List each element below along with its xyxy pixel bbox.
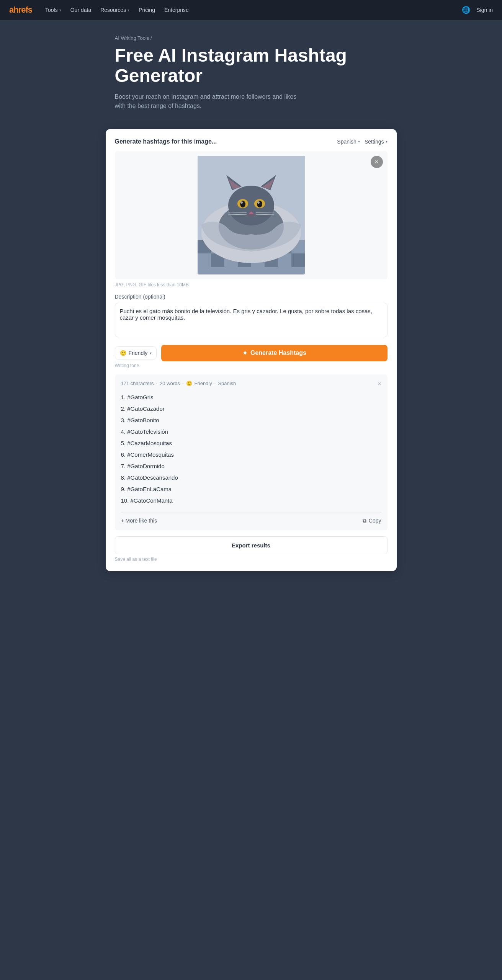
logo-text: hrefs (13, 5, 32, 15)
language-label: Spanish (337, 139, 356, 145)
image-upload-area[interactable]: × (115, 151, 388, 279)
chevron-down-icon: ▾ (150, 351, 152, 355)
nav-tools[interactable]: Tools ▾ (41, 5, 65, 15)
export-hint: Save all as a text file (115, 557, 388, 562)
tool-card: Generate hashtags for this image... Span… (106, 129, 397, 571)
more-like-this-button[interactable]: + More like this (121, 518, 157, 524)
more-like-this-label: + More like this (121, 518, 157, 524)
page-title: Free AI Instagram Hashtag Generator (115, 46, 388, 86)
settings-selector[interactable]: Settings ▾ (365, 139, 388, 145)
copy-button[interactable]: ⧉ Copy (363, 518, 381, 524)
results-box: 171 characters · 20 words · 🙂 Friendly ·… (115, 374, 388, 530)
cat-image-container (115, 151, 388, 279)
results-language: Spanish (218, 381, 236, 386)
list-item: 9. #GatoEnLaCama (121, 483, 381, 495)
chevron-down-icon: ▾ (358, 139, 360, 144)
list-item: 8. #GatoDescansando (121, 472, 381, 483)
list-item: 3. #GatoBonito (121, 415, 381, 426)
list-item: 10. #GatoConManta (121, 495, 381, 506)
results-words: 20 words (160, 381, 180, 386)
chevron-down-icon: ▾ (128, 8, 129, 12)
controls-row: 🙂 Friendly ▾ ✦ Generate Hashtags (115, 345, 388, 361)
breadcrumb: AI Writing Tools / (115, 35, 388, 41)
header-controls: Spanish ▾ Settings ▾ (337, 139, 387, 145)
uploaded-image (198, 156, 305, 274)
generate-label: Generate Hashtags (250, 350, 306, 356)
tool-header-title: Generate hashtags for this image... (115, 138, 217, 145)
nav-links: Tools ▾ Our data Resources ▾ Pricing Ent… (41, 5, 453, 15)
globe-icon[interactable]: 🌐 (462, 6, 470, 14)
writing-tone-label: Writing tone (115, 363, 388, 368)
list-item: 6. #ComerMosquitas (121, 449, 381, 461)
list-item: 2. #GatoCazador (121, 403, 381, 415)
copy-label: Copy (369, 518, 381, 524)
hero-section: AI Writing Tools / Free AI Instagram Has… (106, 20, 397, 129)
tone-emoji: 🙂 (120, 350, 126, 356)
language-selector[interactable]: Spanish ▾ (337, 139, 360, 145)
results-chars: 171 characters (121, 381, 154, 386)
tone-label: Friendly (129, 350, 148, 356)
hero-subtitle: Boost your reach on Instagram and attrac… (115, 92, 299, 111)
export-button[interactable]: Export results (115, 536, 388, 554)
description-textarea[interactable] (115, 303, 388, 337)
results-footer: + More like this ⧉ Copy (121, 513, 381, 524)
list-item: 4. #GatoTelevisión (121, 426, 381, 438)
description-label: Description (optional) (115, 294, 388, 300)
results-tone: Friendly (195, 381, 212, 386)
tool-header: Generate hashtags for this image... Span… (115, 138, 388, 145)
copy-icon: ⧉ (363, 518, 366, 524)
nav-resources[interactable]: Resources ▾ (96, 5, 133, 15)
settings-label: Settings (365, 139, 384, 145)
chevron-down-icon: ▾ (386, 139, 388, 144)
generate-icon: ✦ (242, 350, 247, 357)
svg-point-21 (240, 201, 243, 204)
svg-point-22 (257, 201, 260, 204)
signin-link[interactable]: Sign in (476, 7, 493, 13)
results-tone-emoji: 🙂 (186, 381, 192, 386)
list-item: 7. #GatoDormido (121, 461, 381, 472)
file-hint: JPG, PNG, GIF files less than 10MB (115, 282, 388, 287)
nav-our-data[interactable]: Our data (67, 5, 95, 15)
svg-point-12 (228, 186, 274, 225)
navbar: ahrefs Tools ▾ Our data Resources ▾ Pric… (0, 0, 502, 20)
nav-enterprise[interactable]: Enterprise (160, 5, 193, 15)
nav-right: 🌐 Sign in (462, 6, 493, 14)
svg-rect-9 (291, 253, 305, 267)
nav-pricing[interactable]: Pricing (135, 5, 159, 15)
list-item: 1. #GatoGris (121, 392, 381, 403)
results-meta: 171 characters · 20 words · 🙂 Friendly ·… (121, 381, 381, 386)
close-results-button[interactable]: × (378, 381, 381, 387)
tone-selector[interactable]: 🙂 Friendly ▾ (115, 346, 157, 359)
hashtag-list: 1. #GatoGris 2. #GatoCazador 3. #GatoBon… (121, 392, 381, 506)
chevron-down-icon: ▾ (59, 8, 61, 12)
remove-image-button[interactable]: × (371, 156, 383, 168)
logo[interactable]: ahrefs (9, 5, 32, 15)
generate-button[interactable]: ✦ Generate Hashtags (161, 345, 387, 361)
logo-accent: a (9, 5, 13, 15)
list-item: 5. #CazarMosquitas (121, 438, 381, 449)
